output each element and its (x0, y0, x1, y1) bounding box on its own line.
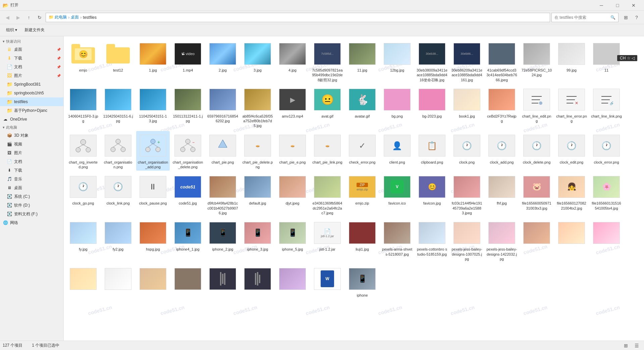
list-item[interactable]: default.jpg (241, 172, 274, 217)
sidebar-item-drive-d[interactable]: 💽 软件 (D:) (0, 201, 63, 210)
list-item[interactable]: V favicon.ico (380, 172, 414, 217)
list-item[interactable]: 110425043151-6.jpg (101, 85, 135, 130)
list-item[interactable]: pexels-cottonbro studio-5185159.jpg (415, 218, 449, 263)
list-item[interactable]: 👤 client.png (380, 131, 414, 171)
list-item[interactable]: fc03c2144f94e19145739a6a2e15883.jpeg (450, 172, 484, 217)
sidebar-item-desktop2[interactable]: 🖥 桌面 (0, 183, 63, 192)
detail-view-button[interactable]: ☰ (632, 341, 641, 350)
list-item[interactable]: 41cab69df54ccd33c414ee604beb7666.jpeg (485, 39, 519, 84)
sidebar-item-network[interactable]: 🌐 网络 (0, 218, 63, 227)
sidebar-item-testfiles[interactable]: 📁 testfiles (0, 97, 63, 106)
list-item[interactable]: d9fcb449fa428b1cc001b40527b99076.jpg (206, 172, 239, 217)
list-item[interactable]: chart_line_edit.png (520, 85, 553, 130)
list-item[interactable]: 30eb38... 30eb38009a3411eace10885bda9dd4… (415, 39, 449, 84)
list-item[interactable]: 🕐 clock_delete.png (520, 131, 553, 171)
list-item[interactable]: e34361369fb5864dc2951e2a64fc2ac7.jpeg (311, 172, 344, 217)
list-item[interactable]: chart_org_inverted.png (66, 131, 100, 171)
list-item[interactable]: 140604115F0-3.jpg (66, 85, 100, 130)
list-item[interactable]: 🔗 chart_line_link.png (590, 85, 623, 130)
view-options-button[interactable]: ⊞ (621, 13, 631, 22)
close-button[interactable]: ✕ (626, 0, 641, 11)
list-item[interactable]: 11 (590, 39, 623, 84)
sidebar-item-desktop[interactable]: 🖥 桌面 📌 (0, 45, 63, 54)
quick-access-header[interactable]: ▾ 快速访问 (0, 38, 63, 45)
list-item[interactable] (520, 218, 553, 263)
list-item[interactable]: fy2.jpg (101, 218, 135, 263)
sidebar-item-3d[interactable]: 📦 3D 对象 (0, 131, 63, 140)
refresh-button[interactable]: ↻ (35, 13, 44, 22)
list-item[interactable]: 99.jpg (555, 39, 588, 84)
list-item[interactable]: 😐 avat.gif (311, 85, 344, 130)
list-item[interactable]: fhf.jpg (485, 172, 519, 217)
list-item[interactable]: ZIP emjo.zip emjo.zip (345, 172, 379, 217)
list-item[interactable]: 🕐 clock.png (450, 131, 484, 171)
list-item[interactable] (101, 264, 135, 299)
sidebar-item-pictures[interactable]: 🖼 图片 📌 (0, 71, 63, 80)
list-item[interactable]: 🐇 avatar.gif (345, 85, 379, 130)
list-item[interactable]: 🕐 clock_edit.png (555, 131, 588, 171)
this-pc-header[interactable]: ▾ 此电脑 (0, 124, 63, 131)
list-item[interactable]: ✓ check_error.png (345, 131, 379, 171)
minimize-button[interactable]: ─ (594, 0, 609, 11)
list-item[interactable]: 📱 iphone_3.jpg (241, 218, 274, 263)
sidebar-item-springboots1hh5[interactable]: 📁 springboots1hh5 (0, 89, 63, 97)
list-item[interactable]: 3.jpg (241, 39, 274, 84)
sidebar-item-music[interactable]: 🎵 音乐 (0, 175, 63, 183)
sidebar-item-onedrive[interactable]: ☁ OneDrive (0, 115, 63, 124)
help-button[interactable]: ? (632, 13, 641, 22)
list-item[interactable]: 11.jpg (345, 39, 379, 84)
list-item[interactable]: 🐷 file16566005097131003tx3.jpg (520, 172, 553, 217)
list-item[interactable]: 2.jpg (206, 39, 239, 84)
large-icon-view-button[interactable]: ⊞ (621, 341, 631, 350)
list-item[interactable]: 🥧 chart_pie_delete.png (241, 131, 274, 171)
list-item[interactable]: 🕐 clock_go.png (66, 172, 100, 217)
list-item[interactable]: book1.jpg (450, 85, 484, 130)
list-item[interactable]: 📱 iphone_2.jpg (206, 218, 239, 263)
list-item[interactable]: 1.jpg (136, 39, 170, 84)
sidebar-item-download[interactable]: ⬇ 下载 📌 (0, 54, 63, 62)
list-item[interactable]: 110425043151-13.jpg (136, 85, 170, 130)
sidebar-item-drive-c[interactable]: 💽 系统 (C:) (0, 192, 63, 201)
list-item[interactable]: fy.jpg (66, 218, 100, 263)
sidebar-item-video[interactable]: 🎬 视频 (0, 140, 63, 148)
list-item[interactable]: − chart_organisation_delete.png (171, 131, 205, 171)
list-item[interactable]: 🕐 clock_link.png (101, 172, 135, 217)
list-item[interactable]: test12 (101, 39, 135, 84)
sidebar-item-dl2[interactable]: ⬇ 下载 (0, 166, 63, 175)
organize-button[interactable]: 组织 ▾ (3, 26, 20, 35)
list-item[interactable]: 📱 iphone_5.jpg (276, 218, 309, 263)
list-item[interactable] (136, 264, 170, 299)
list-item[interactable]: ab85f4c6ca526f35a752ef80b1feb7d5.jpg (241, 85, 274, 130)
sidebar-item-doc2[interactable]: 📄 文档 (0, 157, 63, 166)
list-item[interactable]: ✕ chart_line_error.png (555, 85, 588, 130)
list-item[interactable]: chart_pie.png (206, 131, 239, 171)
list-item[interactable] (241, 264, 274, 299)
list-item[interactable] (590, 218, 623, 263)
list-item[interactable] (206, 264, 239, 299)
list-item[interactable]: 72e58PICRSC_1024.jpg (520, 39, 553, 84)
list-item[interactable]: 30eb86... 30eb86209a3411eace10885bda9dd4… (450, 39, 484, 84)
list-item[interactable]: code51 code51.jpg (171, 172, 205, 217)
address-box[interactable]: 📁 此电脑 › 桌面 › testfiles (46, 13, 550, 22)
list-item[interactable]: 😊 favicon.jpg (415, 172, 449, 217)
list-item[interactable]: 📋 clipboard.png (415, 131, 449, 171)
list-item[interactable]: ⏸ clock_pause.png (136, 172, 170, 217)
list-item[interactable]: hspg.jpg (136, 218, 170, 263)
list-item[interactable]: 📱 iphone4_1.jpg (171, 218, 205, 263)
list-item[interactable] (171, 264, 205, 299)
list-item[interactable]: 📽 video 1.mp4 (171, 39, 205, 84)
list-item[interactable]: 😊 emjo (66, 39, 100, 84)
list-item[interactable]: bg-2023.jpg (415, 85, 449, 130)
list-item[interactable]: 🥧 chart_pie_e.png (276, 131, 309, 171)
list-item[interactable]: ceBd2F3Yz7Rwjpg (485, 85, 519, 130)
sidebar-item-drive-f[interactable]: 💽 资料文档 (F:) (0, 210, 63, 218)
up-button[interactable]: ↑ (24, 13, 34, 22)
new-folder-button[interactable]: 新建文件夹 (21, 26, 48, 35)
maximize-button[interactable]: □ (610, 0, 625, 11)
list-item[interactable] (276, 264, 309, 299)
list-item[interactable]: ▶ amv123.mp4 (276, 85, 309, 130)
sidebar-item-picture2[interactable]: 🖼 图片 (0, 148, 63, 157)
list-item[interactable]: 📄 jstl-1.2.jar jstl-1.2.jar (311, 218, 344, 263)
list-item[interactable]: 7c585d... 7c585d9097821ea95b499dbc19d2de… (311, 39, 344, 84)
list-item[interactable]: chart_organisation.png (101, 131, 135, 171)
